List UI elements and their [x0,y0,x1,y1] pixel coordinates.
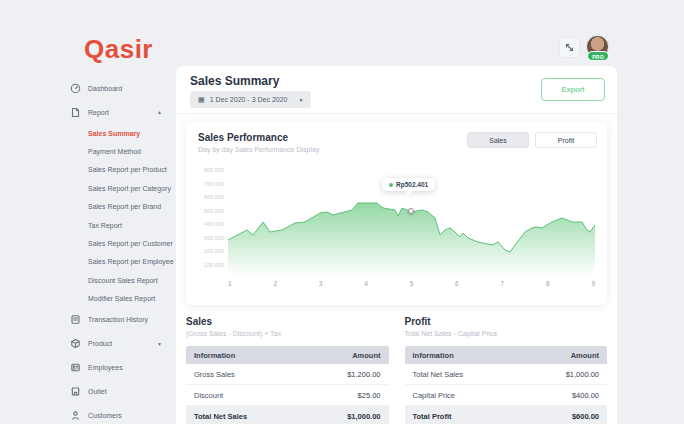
table-row: Discount $25.00 [186,385,389,406]
y-tick: 300.000 [194,236,224,242]
total-label: Total Profit [413,412,452,421]
x-axis-labels: 1 2 3 4 5 6 7 8 9 [228,280,595,287]
y-tick: 200.000 [194,249,224,255]
sales-table-title: Sales [186,316,389,327]
y-tick: 800.000 [194,168,224,174]
table-row: Total Net Sales $1,000.00 [405,364,608,385]
highlighted-point-marker[interactable] [408,208,414,214]
sidebar-subitem-label: Sales Report per Employee [88,258,174,265]
brand-logo: Qasir [84,34,153,65]
col-amount: Amount [352,351,380,360]
sidebar-subitem-sales-report-per-brand[interactable]: Sales Report per Brand [0,198,176,216]
page-header: Sales Summary ▦ 1 Dec 2020 - 3 Dec 2020 … [176,66,617,114]
calendar-icon: ▦ [198,96,205,104]
x-tick: 1 [228,280,232,287]
sidebar-item-label: Employees [88,364,123,371]
summary-tables: Sales (Gross Sales - Discount) + Tax Inf… [186,316,607,424]
sidebar-subitem-modifier-sales-report[interactable]: Modifier Sales Report [0,290,176,308]
sidebar-item-label: Report [88,109,109,116]
sidebar-subitem-label: Sales Report per Category [88,185,171,192]
sidebar-item-dashboard[interactable]: Dashboard [0,76,176,100]
chart-subtitle: Day by day Sales Performance Display [198,146,319,153]
sidebar-subitem-sales-report-per-product[interactable]: Sales Report per Product [0,161,176,179]
series-dot-icon [389,183,393,187]
page-title: Sales Summary [190,74,279,88]
transaction-history-icon [70,314,81,325]
sidebar-subitem-label: Payment Method [88,148,141,155]
x-tick: 8 [546,280,550,287]
sidebar: Qasir Dashboard Report ▲ Sales Summary P… [0,0,176,424]
sidebar-item-customers[interactable]: Customers [0,404,176,424]
report-icon [70,107,81,118]
table-total-row: Total Profit $600.00 [405,406,608,424]
y-tick: 600.000 [194,195,224,201]
sidebar-item-product[interactable]: Product ▼ [0,332,176,356]
row-label: Gross Sales [194,370,235,379]
y-tick: 400.000 [194,222,224,228]
sidebar-subitem-label: Sales Report per Brand [88,203,161,210]
sidebar-item-employees[interactable]: Employees [0,356,176,380]
sidebar-subitem-label: Tax Report [88,222,122,229]
sidebar-menu: Dashboard Report ▲ Sales Summary Payment… [0,76,176,424]
expand-button[interactable] [559,37,580,58]
date-range-picker[interactable]: ▦ 1 Dec 2020 - 3 Dec 2020 ▼ [190,91,311,108]
sidebar-item-label: Customers [88,412,122,419]
user-menu[interactable]: PRO [586,35,610,65]
table-total-row: Total Net Sales $1,000.00 [186,406,389,424]
sidebar-subitem-payment-method[interactable]: Payment Method [0,142,176,160]
toggle-sales-button[interactable]: Sales [467,132,529,148]
sidebar-item-report[interactable]: Report ▲ [0,100,176,124]
col-amount: Amount [571,351,599,360]
profit-table: Profit Total Net Sales - Capital Price I… [405,316,608,424]
x-tick: 3 [319,280,323,287]
sidebar-subitem-sales-summary[interactable]: Sales Summary [0,124,176,142]
row-amount: $25.00 [358,391,381,400]
sidebar-item-label: Transaction History [88,316,148,323]
sidebar-subitem-label: Discount Sales Report [88,277,158,284]
sidebar-subitem-sales-report-per-category[interactable]: Sales Report per Category [0,179,176,197]
x-tick: 5 [410,280,414,287]
sales-table: Sales (Gross Sales - Discount) + Tax Inf… [186,316,389,424]
expand-icon [564,42,575,53]
y-axis-labels: 800.000 700.000 600.000 500.000 400.000 … [194,168,224,268]
total-amount: $600.00 [572,412,599,421]
employees-icon [70,362,81,373]
main-panel: Sales Summary ▦ 1 Dec 2020 - 3 Dec 2020 … [176,66,617,424]
sidebar-subitem-label: Sales Summary [88,130,140,137]
sales-table-subtitle: (Gross Sales - Discount) + Tax [186,330,389,337]
x-tick: 6 [455,280,459,287]
x-tick: 9 [591,280,595,287]
sidebar-subitem-sales-report-per-employee[interactable]: Sales Report per Employee [0,253,176,271]
x-tick: 4 [364,280,368,287]
sidebar-item-label: Dashboard [88,85,122,92]
sidebar-item-outlet[interactable]: Outlet [0,380,176,404]
table-row: Capital Price $400.00 [405,385,608,406]
export-button[interactable]: Export [541,78,605,101]
sidebar-subitem-label: Modifier Sales Report [88,295,155,302]
sidebar-item-transaction-history[interactable]: Transaction History [0,308,176,332]
table-header-row: Information Amount [186,346,389,364]
chevron-up-icon: ▲ [157,109,162,115]
sidebar-subitem-label: Sales Report per Customer [88,240,173,247]
row-label: Discount [194,391,223,400]
profit-table-subtitle: Total Net Sales - Capital Price [405,330,608,337]
chevron-down-icon: ▼ [298,97,303,103]
total-label: Total Net Sales [194,412,247,421]
chart-toggle-group: Sales Profit [467,132,597,148]
dashboard-icon [70,83,81,94]
chevron-down-icon: ▼ [157,341,162,347]
row-amount: $400.00 [572,391,599,400]
chart-title: Sales Performance [198,132,288,143]
chart-tooltip: Rp502.401 [382,178,435,191]
toggle-profit-button[interactable]: Profit [535,132,597,148]
sidebar-subitem-tax-report[interactable]: Tax Report [0,216,176,234]
sales-performance-card: Sales Performance Day by day Sales Perfo… [186,122,607,305]
sidebar-item-label: Product [88,340,112,347]
sidebar-subitem-discount-sales-report[interactable]: Discount Sales Report [0,271,176,289]
total-amount: $1,000.00 [347,412,380,421]
table-header-row: Information Amount [405,346,608,364]
app-window: Qasir Dashboard Report ▲ Sales Summary P… [0,0,684,424]
sidebar-subitem-sales-report-per-customer[interactable]: Sales Report per Customer [0,234,176,252]
row-amount: $1,000.00 [566,370,599,379]
row-amount: $1,200.00 [347,370,380,379]
